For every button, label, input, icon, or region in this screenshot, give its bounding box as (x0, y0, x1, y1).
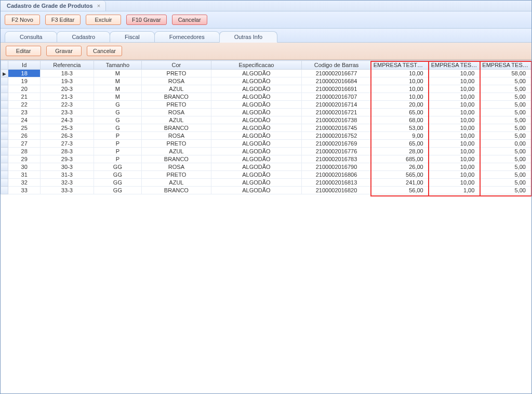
cell-referencia[interactable]: 33-3 (41, 187, 94, 194)
cell-empresa-1[interactable]: 20,00 (371, 101, 429, 109)
row-indicator[interactable] (1, 116, 8, 124)
cell-codigo-barras[interactable]: 2100002016707 (302, 93, 371, 101)
cell-codigo-barras[interactable]: 2100002016820 (302, 187, 371, 194)
row-indicator[interactable] (1, 124, 8, 132)
table-row[interactable]: 2828-3PAZULALGODÃO210000201677628,0010,0… (1, 148, 531, 155)
cell-empresa-3[interactable]: 5,00 (480, 179, 531, 187)
row-indicator[interactable] (1, 77, 8, 85)
cell-tamanho[interactable]: GG (94, 187, 141, 194)
editar-button[interactable]: F3 Editar (45, 15, 81, 25)
cell-empresa-1[interactable]: 10,00 (371, 85, 429, 93)
cell-especificacao[interactable]: ALGODÃO (211, 140, 302, 148)
table-row[interactable]: 3333-3GGBRANCOALGODÃO210000201682056,001… (1, 187, 531, 194)
cell-especificacao[interactable]: ALGODÃO (211, 70, 302, 77)
cell-empresa-2[interactable]: 1,00 (429, 187, 480, 194)
cell-referencia[interactable]: 30-3 (41, 163, 94, 171)
cell-empresa-3[interactable]: 5,00 (480, 187, 531, 194)
cell-tamanho[interactable]: P (94, 132, 141, 140)
cell-id[interactable]: 21 (8, 93, 41, 101)
cell-empresa-3[interactable]: 5,00 (480, 77, 531, 85)
cell-especificacao[interactable]: ALGODÃO (211, 171, 302, 179)
cancelar-button[interactable]: Cancelar (172, 15, 207, 25)
row-indicator[interactable] (1, 163, 8, 171)
row-indicator[interactable] (1, 155, 8, 163)
cell-cor[interactable]: ROSA (142, 77, 211, 85)
row-indicator[interactable] (1, 93, 8, 101)
grid-container[interactable]: Id Referencia Tamanho Cor Especificacao … (1, 60, 531, 393)
cell-empresa-2[interactable]: 10,00 (429, 148, 480, 155)
cell-tamanho[interactable]: P (94, 140, 141, 148)
cell-empresa-2[interactable]: 10,00 (429, 132, 480, 140)
cell-cor[interactable]: AZUL (142, 148, 211, 155)
cell-empresa-2[interactable]: 10,00 (429, 124, 480, 132)
cell-codigo-barras[interactable]: 2100002016738 (302, 116, 371, 124)
cell-referencia[interactable]: 31-3 (41, 171, 94, 179)
cell-id[interactable]: 23 (8, 109, 41, 116)
row-indicator[interactable] (1, 171, 8, 179)
cell-cor[interactable]: PRETO (142, 70, 211, 77)
col-id[interactable]: Id (8, 61, 41, 70)
cell-empresa-1[interactable]: 65,00 (371, 140, 429, 148)
cell-especificacao[interactable]: ALGODÃO (211, 163, 302, 171)
row-indicator[interactable] (1, 85, 8, 93)
cell-codigo-barras[interactable]: 2100002016776 (302, 148, 371, 155)
cell-referencia[interactable]: 21-3 (41, 93, 94, 101)
cell-cor[interactable]: BRANCO (142, 93, 211, 101)
cell-cor[interactable]: AZUL (142, 116, 211, 124)
cell-cor[interactable]: AZUL (142, 179, 211, 187)
table-row[interactable]: 2727-3PPRETOALGODÃO210000201676965,0010,… (1, 140, 531, 148)
cell-empresa-3[interactable]: 5,00 (480, 109, 531, 116)
cell-empresa-2[interactable]: 10,00 (429, 70, 480, 77)
table-row[interactable]: 2929-3PBRANCOALGODÃO2100002016783685,001… (1, 155, 531, 163)
cell-codigo-barras[interactable]: 2100002016806 (302, 171, 371, 179)
cell-referencia[interactable]: 20-3 (41, 85, 94, 93)
cell-empresa-1[interactable]: 68,00 (371, 116, 429, 124)
cell-cor[interactable]: PRETO (142, 171, 211, 179)
cell-empresa-2[interactable]: 10,00 (429, 140, 480, 148)
cell-empresa-1[interactable]: 10,00 (371, 93, 429, 101)
cell-id[interactable]: 24 (8, 116, 41, 124)
cell-tamanho[interactable]: GG (94, 171, 141, 179)
cell-codigo-barras[interactable]: 2100002016684 (302, 77, 371, 85)
cell-especificacao[interactable]: ALGODÃO (211, 77, 302, 85)
cell-codigo-barras[interactable]: 2100002016691 (302, 85, 371, 93)
cell-id[interactable]: 32 (8, 179, 41, 187)
close-icon[interactable]: × (97, 3, 100, 9)
cell-referencia[interactable]: 25-3 (41, 124, 94, 132)
cell-empresa-1[interactable]: 26,00 (371, 163, 429, 171)
cell-tamanho[interactable]: M (94, 70, 141, 77)
cell-codigo-barras[interactable]: 2100002016714 (302, 101, 371, 109)
table-row[interactable]: 1919-3MROSAALGODÃO210000201668410,0010,0… (1, 77, 531, 85)
cell-empresa-3[interactable]: 5,00 (480, 101, 531, 109)
cell-referencia[interactable]: 18-3 (41, 70, 94, 77)
col-cor[interactable]: Cor (142, 61, 211, 70)
cell-especificacao[interactable]: ALGODÃO (211, 179, 302, 187)
cell-id[interactable]: 29 (8, 155, 41, 163)
row-indicator[interactable] (1, 179, 8, 187)
tab-outras-info[interactable]: Outras Info (219, 31, 277, 43)
table-row[interactable]: ▶1818-3MPRETOALGODÃO210000201667710,0010… (1, 70, 531, 77)
sub-gravar-button[interactable]: Gravar (46, 46, 82, 56)
cell-cor[interactable]: BRANCO (142, 124, 211, 132)
cell-referencia[interactable]: 29-3 (41, 155, 94, 163)
col-especificacao[interactable]: Especificacao (211, 61, 302, 70)
table-row[interactable]: 3030-3GGROSAALGODÃO210000201679026,0010,… (1, 163, 531, 171)
cell-empresa-2[interactable]: 10,00 (429, 163, 480, 171)
cell-referencia[interactable]: 23-3 (41, 109, 94, 116)
cell-codigo-barras[interactable]: 2100002016783 (302, 155, 371, 163)
col-empresa-1[interactable]: EMPRESA TESTE LTDA (371, 61, 429, 70)
cell-empresa-1[interactable]: 28,00 (371, 148, 429, 155)
cell-tamanho[interactable]: G (94, 116, 141, 124)
row-indicator[interactable] (1, 109, 8, 116)
cell-empresa-2[interactable]: 10,00 (429, 155, 480, 163)
cell-cor[interactable]: AZUL (142, 85, 211, 93)
sub-cancelar-button[interactable]: Cancelar (87, 46, 122, 56)
row-indicator[interactable] (1, 140, 8, 148)
cell-empresa-1[interactable]: 241,00 (371, 179, 429, 187)
cell-codigo-barras[interactable]: 2100002016745 (302, 124, 371, 132)
cell-referencia[interactable]: 19-3 (41, 77, 94, 85)
cell-empresa-3[interactable]: 5,00 (480, 132, 531, 140)
cell-especificacao[interactable]: ALGODÃO (211, 187, 302, 194)
cell-empresa-2[interactable]: 10,00 (429, 93, 480, 101)
cell-especificacao[interactable]: ALGODÃO (211, 155, 302, 163)
